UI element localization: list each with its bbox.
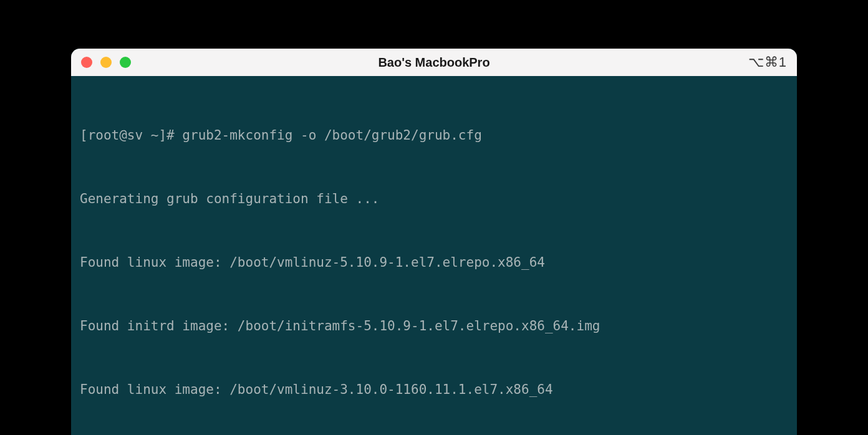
traffic-lights [81, 57, 131, 68]
terminal-line-prompt: [root@sv ~]# grub2-mkconfig -o /boot/gru… [80, 125, 788, 146]
terminal-output-line: Found linux image: /boot/vmlinuz-5.10.9-… [80, 252, 788, 273]
window-title: Bao's MacbookPro [378, 55, 489, 70]
terminal-output-line: Found initrd image: /boot/initramfs-5.10… [80, 315, 788, 337]
terminal-window: Bao's MacbookPro ⌥⌘1 [root@sv ~]# grub2-… [71, 49, 797, 435]
terminal-body[interactable]: [root@sv ~]# grub2-mkconfig -o /boot/gru… [71, 76, 797, 435]
minimize-button[interactable] [100, 57, 112, 68]
titlebar[interactable]: Bao's MacbookPro ⌥⌘1 [71, 49, 797, 76]
window-shortcut: ⌥⌘1 [748, 54, 787, 70]
close-button[interactable] [81, 57, 92, 68]
terminal-output-line: Found linux image: /boot/vmlinuz-3.10.0-… [80, 379, 788, 400]
maximize-button[interactable] [120, 57, 131, 68]
terminal-output-line: Generating grub configuration file ... [80, 188, 788, 209]
